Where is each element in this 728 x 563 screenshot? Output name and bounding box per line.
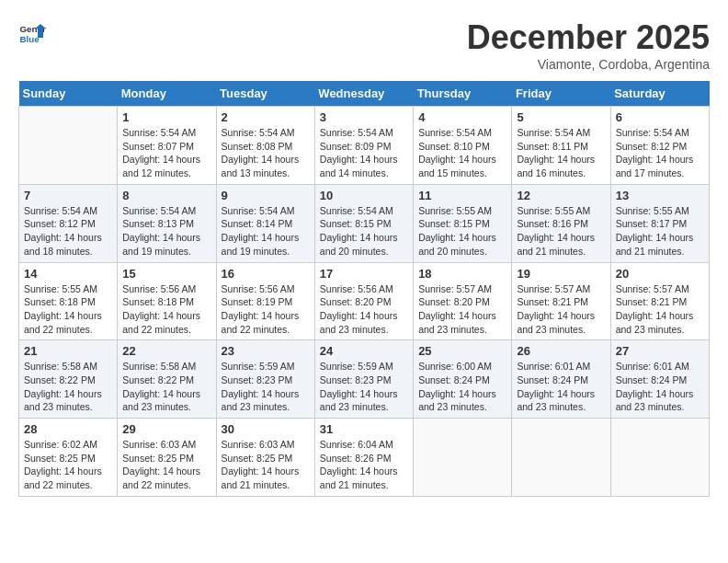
day-info: Sunrise: 5:56 AM Sunset: 8:18 PM Dayligh… (122, 282, 210, 337)
calendar-cell: 20Sunrise: 5:57 AM Sunset: 8:21 PM Dayli… (610, 262, 709, 340)
day-number: 15 (122, 267, 210, 281)
day-info: Sunrise: 5:55 AM Sunset: 8:18 PM Dayligh… (24, 282, 112, 337)
day-info: Sunrise: 5:59 AM Sunset: 8:23 PM Dayligh… (222, 360, 310, 414)
calendar-table: SundayMondayTuesdayWednesdayThursdayFrid… (18, 81, 710, 497)
day-info: Sunrise: 5:54 AM Sunset: 8:08 PM Dayligh… (222, 126, 310, 180)
calendar-cell: 12Sunrise: 5:55 AM Sunset: 8:16 PM Dayli… (512, 184, 610, 262)
day-number: 13 (616, 189, 704, 202)
day-info: Sunrise: 5:54 AM Sunset: 8:15 PM Dayligh… (320, 204, 408, 259)
calendar-cell: 30Sunrise: 6:03 AM Sunset: 8:25 PM Dayli… (216, 419, 314, 497)
day-number: 22 (122, 344, 210, 358)
calendar-cell: 29Sunrise: 6:03 AM Sunset: 8:25 PM Dayli… (118, 419, 216, 497)
day-number: 26 (517, 344, 605, 358)
logo: General Blue (18, 18, 46, 46)
calendar-cell: 2Sunrise: 5:54 AM Sunset: 8:08 PM Daylig… (216, 107, 314, 185)
day-info: Sunrise: 5:54 AM Sunset: 8:13 PM Dayligh… (122, 204, 210, 259)
day-number: 27 (616, 344, 704, 358)
calendar-cell: 14Sunrise: 5:55 AM Sunset: 8:18 PM Dayli… (19, 262, 118, 340)
calendar-cell: 26Sunrise: 6:01 AM Sunset: 8:24 PM Dayli… (512, 340, 610, 419)
day-number: 6 (616, 110, 704, 124)
calendar-cell: 22Sunrise: 5:58 AM Sunset: 8:22 PM Dayli… (118, 340, 216, 419)
calendar-cell: 28Sunrise: 6:02 AM Sunset: 8:25 PM Dayli… (19, 419, 118, 497)
calendar-week-1: 1Sunrise: 5:54 AM Sunset: 8:07 PM Daylig… (19, 107, 710, 185)
svg-text:Blue: Blue (20, 34, 40, 44)
day-info: Sunrise: 6:02 AM Sunset: 8:25 PM Dayligh… (24, 438, 112, 492)
day-info: Sunrise: 5:57 AM Sunset: 8:21 PM Dayligh… (616, 282, 704, 337)
day-number: 25 (418, 344, 506, 358)
day-header-monday: Monday (118, 81, 216, 107)
day-number: 8 (122, 189, 210, 202)
calendar-week-5: 28Sunrise: 6:02 AM Sunset: 8:25 PM Dayli… (19, 419, 710, 497)
day-number: 12 (517, 189, 605, 202)
day-info: Sunrise: 5:56 AM Sunset: 8:19 PM Dayligh… (222, 282, 310, 337)
day-number: 7 (24, 189, 112, 202)
day-info: Sunrise: 6:00 AM Sunset: 8:24 PM Dayligh… (418, 360, 506, 414)
day-header-saturday: Saturday (610, 81, 709, 107)
day-info: Sunrise: 6:04 AM Sunset: 8:26 PM Dayligh… (320, 438, 408, 492)
day-number: 9 (222, 189, 310, 202)
day-info: Sunrise: 5:55 AM Sunset: 8:15 PM Dayligh… (418, 204, 506, 259)
day-number: 3 (320, 110, 408, 124)
day-number: 18 (418, 267, 506, 281)
day-info: Sunrise: 6:01 AM Sunset: 8:24 PM Dayligh… (616, 360, 704, 414)
day-info: Sunrise: 6:01 AM Sunset: 8:24 PM Dayligh… (517, 360, 605, 414)
calendar-cell: 16Sunrise: 5:56 AM Sunset: 8:19 PM Dayli… (216, 262, 314, 340)
day-info: Sunrise: 5:54 AM Sunset: 8:12 PM Dayligh… (24, 204, 112, 259)
calendar-body: 1Sunrise: 5:54 AM Sunset: 8:07 PM Daylig… (19, 107, 710, 497)
logo-icon: General Blue (18, 18, 46, 46)
day-info: Sunrise: 5:57 AM Sunset: 8:20 PM Dayligh… (418, 282, 506, 337)
day-info: Sunrise: 5:59 AM Sunset: 8:23 PM Dayligh… (320, 360, 408, 414)
calendar-cell: 15Sunrise: 5:56 AM Sunset: 8:18 PM Dayli… (118, 262, 216, 340)
day-number: 24 (320, 344, 408, 358)
calendar-cell: 23Sunrise: 5:59 AM Sunset: 8:23 PM Dayli… (216, 340, 314, 419)
calendar-cell: 4Sunrise: 5:54 AM Sunset: 8:10 PM Daylig… (414, 107, 512, 185)
calendar-cell: 1Sunrise: 5:54 AM Sunset: 8:07 PM Daylig… (118, 107, 216, 185)
day-header-thursday: Thursday (414, 81, 512, 107)
day-header-friday: Friday (512, 81, 610, 107)
calendar-cell: 19Sunrise: 5:57 AM Sunset: 8:21 PM Dayli… (512, 262, 610, 340)
day-info: Sunrise: 6:03 AM Sunset: 8:25 PM Dayligh… (222, 438, 310, 492)
calendar-cell: 9Sunrise: 5:54 AM Sunset: 8:14 PM Daylig… (216, 184, 314, 262)
title-area: December 2025 Viamonte, Cordoba, Argenti… (467, 18, 710, 72)
day-info: Sunrise: 5:54 AM Sunset: 8:07 PM Dayligh… (122, 126, 210, 180)
day-info: Sunrise: 5:55 AM Sunset: 8:17 PM Dayligh… (616, 204, 704, 259)
day-number: 21 (24, 344, 112, 358)
day-info: Sunrise: 5:55 AM Sunset: 8:16 PM Dayligh… (517, 204, 605, 259)
calendar-cell: 6Sunrise: 5:54 AM Sunset: 8:12 PM Daylig… (610, 107, 709, 185)
header: General Blue December 2025 Viamonte, Cor… (18, 18, 710, 72)
day-info: Sunrise: 5:56 AM Sunset: 8:20 PM Dayligh… (320, 282, 408, 337)
day-number: 17 (320, 267, 408, 281)
day-number: 16 (222, 267, 310, 281)
day-number: 5 (517, 110, 605, 124)
day-info: Sunrise: 5:54 AM Sunset: 8:11 PM Dayligh… (517, 126, 605, 180)
day-number: 19 (517, 267, 605, 281)
day-number: 31 (320, 422, 408, 436)
calendar-week-2: 7Sunrise: 5:54 AM Sunset: 8:12 PM Daylig… (19, 184, 710, 262)
day-number: 1 (122, 110, 210, 124)
day-header-wednesday: Wednesday (314, 81, 413, 107)
day-number: 11 (418, 189, 506, 202)
day-info: Sunrise: 5:58 AM Sunset: 8:22 PM Dayligh… (122, 360, 210, 414)
calendar-cell: 18Sunrise: 5:57 AM Sunset: 8:20 PM Dayli… (414, 262, 512, 340)
calendar-cell: 8Sunrise: 5:54 AM Sunset: 8:13 PM Daylig… (118, 184, 216, 262)
calendar-cell: 7Sunrise: 5:54 AM Sunset: 8:12 PM Daylig… (19, 184, 118, 262)
day-number: 28 (24, 422, 112, 436)
day-info: Sunrise: 5:54 AM Sunset: 8:12 PM Dayligh… (616, 126, 704, 180)
calendar-cell: 24Sunrise: 5:59 AM Sunset: 8:23 PM Dayli… (314, 340, 413, 419)
calendar-cell: 11Sunrise: 5:55 AM Sunset: 8:15 PM Dayli… (414, 184, 512, 262)
day-info: Sunrise: 6:03 AM Sunset: 8:25 PM Dayligh… (122, 438, 210, 492)
calendar-week-4: 21Sunrise: 5:58 AM Sunset: 8:22 PM Dayli… (19, 340, 710, 419)
day-number: 30 (222, 422, 310, 436)
calendar-cell (19, 107, 118, 185)
calendar-cell (414, 419, 512, 497)
calendar-cell: 31Sunrise: 6:04 AM Sunset: 8:26 PM Dayli… (314, 419, 413, 497)
calendar-cell: 25Sunrise: 6:00 AM Sunset: 8:24 PM Dayli… (414, 340, 512, 419)
day-number: 4 (418, 110, 506, 124)
calendar-cell: 10Sunrise: 5:54 AM Sunset: 8:15 PM Dayli… (314, 184, 413, 262)
calendar-cell (610, 419, 709, 497)
day-number: 29 (122, 422, 210, 436)
calendar-week-3: 14Sunrise: 5:55 AM Sunset: 8:18 PM Dayli… (19, 262, 710, 340)
day-header-tuesday: Tuesday (216, 81, 314, 107)
day-info: Sunrise: 5:57 AM Sunset: 8:21 PM Dayligh… (517, 282, 605, 337)
day-number: 10 (320, 189, 408, 202)
